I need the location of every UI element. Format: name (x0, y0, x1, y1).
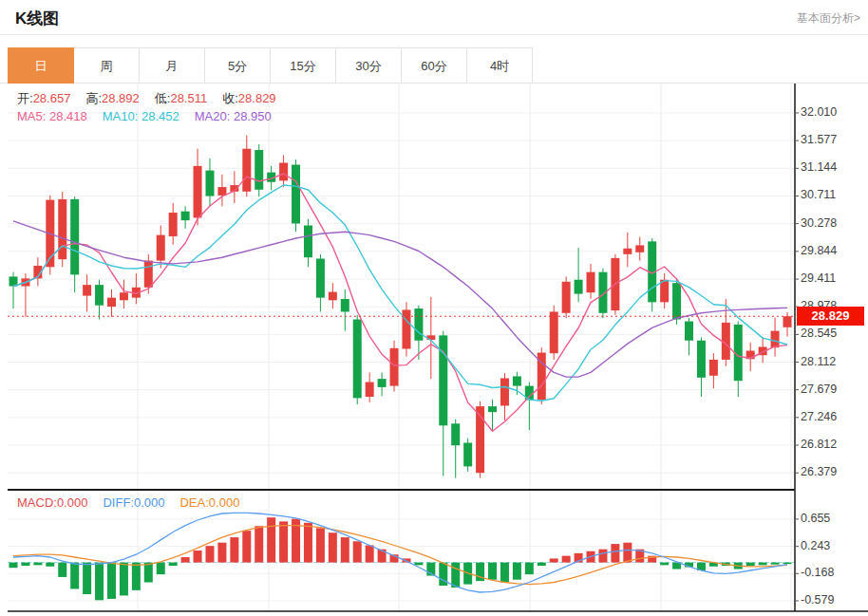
ma20-label: MA20: (195, 109, 231, 123)
open-value: 28.657 (33, 91, 71, 105)
close-label: 收: (222, 91, 238, 105)
price-axis-label: 30.711 (801, 188, 836, 201)
price-axis-label: 28.545 (801, 327, 837, 340)
ma-readout: MA5: 28.418 MA10: 28.452 MA20: 28.950 (17, 109, 287, 123)
close-value: 28.829 (238, 91, 276, 105)
price-axis-label: 32.010 (801, 105, 837, 119)
price-axis-label: 26.812 (801, 438, 837, 451)
price-axis-label: 30.278 (801, 216, 837, 230)
ma20-value: 28.950 (234, 109, 272, 123)
macd-axis-label: 0.243 (801, 539, 830, 552)
price-axis-label: 31.577 (801, 133, 837, 146)
price-axis-label: 27.246 (801, 410, 837, 423)
ma10-label: MA10: (103, 109, 139, 123)
ma5-label: MA5: (17, 109, 46, 123)
price-axis-label: 29.844 (801, 244, 837, 257)
high-label: 高: (85, 91, 102, 105)
ohlc-readout: 开:28.657 高:28.892 低:28.511 收:28.829 (17, 90, 292, 107)
ma5-value: 28.418 (49, 109, 87, 123)
high-value: 28.892 (102, 91, 140, 105)
macd-readout: MACD:0.000 DIFF:0.000 DEA:0.000 (17, 495, 255, 510)
low-label: 低: (155, 91, 171, 105)
macd-axis-label: -0.168 (801, 566, 834, 579)
ma10-value: 28.452 (142, 109, 179, 123)
low-value: 28.511 (170, 91, 207, 105)
open-label: 开: (17, 91, 33, 105)
dea-label: DEA: (179, 495, 208, 510)
price-axis-label: 27.679 (801, 383, 837, 396)
price-axis-label: 31.144 (801, 160, 837, 174)
macd-label: MACD: (17, 495, 57, 510)
price-axis-label: 26.379 (801, 465, 837, 478)
price-axis-label: 28.112 (801, 355, 836, 368)
price-axis-label: 29.411 (801, 271, 836, 285)
macd-axis-label: 0.655 (801, 512, 830, 525)
macd-value: 0.000 (57, 495, 88, 510)
kline-page: K线图 基本面分析> 日周月5分15分30分60分4时 开:28.657 高:2… (0, 0, 868, 616)
tab-日[interactable]: 日 (8, 47, 74, 84)
macd-axis-label: -0.579 (801, 593, 834, 607)
last-price-tag: 28.829 (797, 307, 864, 326)
diff-label: DIFF: (103, 495, 134, 510)
diff-value: 0.000 (134, 495, 165, 510)
dea-value: 0.000 (209, 495, 240, 510)
